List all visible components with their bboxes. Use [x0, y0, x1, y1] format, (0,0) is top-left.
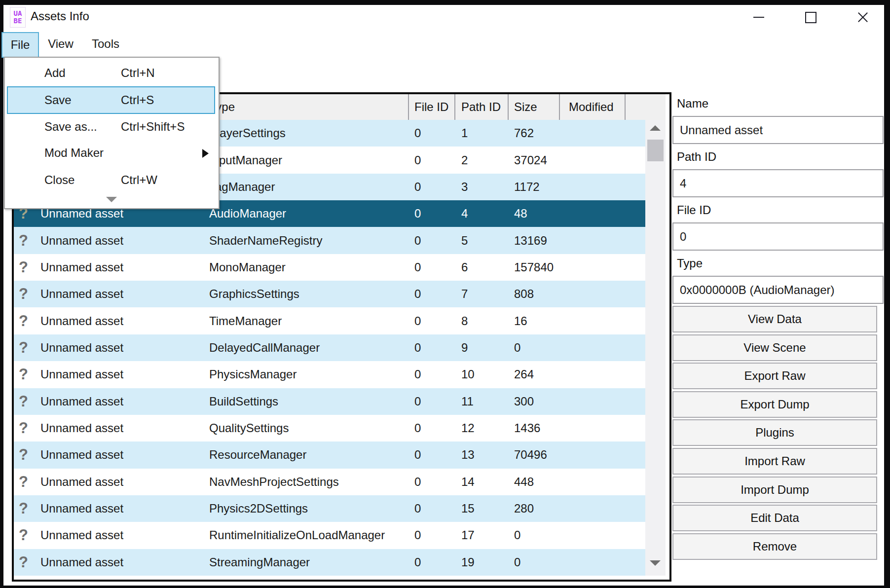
file-menu-popup: Add Ctrl+N Save Ctrl+S Save as... Ctrl+S…	[4, 57, 220, 209]
file-id-input[interactable]: 0	[672, 222, 884, 251]
vertical-scrollbar[interactable]	[645, 120, 666, 576]
file-id-label: File ID	[677, 203, 711, 217]
close-button[interactable]	[849, 5, 877, 30]
row-path-id: 13	[461, 441, 475, 468]
file-menu-item-add[interactable]: Add Ctrl+N	[6, 60, 216, 86]
row-name: Unnamed asset	[40, 388, 123, 415]
edit-data-button[interactable]: Edit Data	[672, 505, 877, 531]
row-file-id: 0	[414, 120, 421, 147]
scroll-up-icon[interactable]	[650, 125, 661, 131]
row-path-id: 12	[461, 415, 475, 441]
import-raw-button[interactable]: Import Raw	[672, 448, 877, 475]
table-row[interactable]: ? Unnamed asset BuildSettings 0 11 300	[14, 388, 645, 415]
menu-item-shortcut: Ctrl+Shift+S	[121, 114, 185, 140]
file-menu-item-close[interactable]: Close Ctrl+W	[6, 167, 216, 193]
table-row[interactable]: ? Unnamed asset ShaderNameRegistry 0 5 1…	[14, 227, 645, 254]
file-menu-item-save[interactable]: Save Ctrl+S	[7, 86, 215, 114]
table-row[interactable]: ? Unnamed asset NavMeshProjectSettings 0…	[14, 469, 645, 495]
action-buttons: View DataView SceneExport RawExport Dump…	[672, 306, 877, 560]
menu-file-label: File	[11, 38, 30, 52]
question-mark-icon: ?	[19, 254, 28, 281]
menu-item-shortcut: Ctrl+N	[121, 60, 155, 86]
row-type: NavMeshProjectSettings	[209, 469, 339, 495]
row-name: Unnamed asset	[40, 549, 123, 576]
minimize-icon	[753, 17, 764, 18]
table-row[interactable]: ? Unnamed asset ResourceManager 0 13 704…	[14, 441, 645, 468]
question-mark-icon: ?	[19, 469, 28, 495]
question-mark-icon: ?	[19, 495, 28, 522]
file-id-value: 0	[680, 230, 686, 244]
row-file-id: 0	[414, 174, 421, 200]
header-path-id[interactable]: Path ID	[461, 94, 501, 120]
row-size: 762	[514, 120, 534, 147]
table-row[interactable]: ? Unnamed asset MonoManager 0 6 157840	[14, 254, 645, 281]
row-type: BuildSettings	[209, 388, 278, 415]
header-modified[interactable]: Modified	[569, 94, 614, 120]
file-menu-item-mod-maker[interactable]: Mod Maker	[6, 140, 216, 166]
question-mark-icon: ?	[19, 334, 28, 361]
menu-tools[interactable]: Tools	[84, 32, 127, 56]
menu-scroll-down-icon[interactable]	[106, 197, 117, 202]
remove-button[interactable]: Remove	[672, 533, 877, 560]
table-row[interactable]: ? Unnamed asset GraphicsSettings 0 7 808	[14, 281, 645, 307]
row-type: StreamingManager	[209, 549, 310, 576]
row-size: 48	[514, 200, 527, 227]
row-file-id: 0	[414, 549, 421, 576]
menu-item-label: Close	[44, 167, 74, 193]
row-path-id: 14	[461, 469, 475, 495]
row-path-id: 4	[461, 200, 468, 227]
name-label: Name	[677, 97, 708, 110]
uabe-app-icon: UA BE	[10, 7, 26, 28]
row-name: Unnamed asset	[40, 522, 123, 549]
name-input[interactable]: Unnamed asset	[672, 116, 884, 144]
row-size: 1172	[514, 174, 540, 200]
question-mark-icon: ?	[19, 441, 28, 468]
column-separator	[559, 94, 560, 120]
menu-view[interactable]: View	[43, 32, 78, 56]
view-scene-button[interactable]: View Scene	[672, 334, 877, 361]
row-file-id: 0	[414, 147, 421, 173]
path-id-input[interactable]: 4	[672, 169, 884, 197]
type-input[interactable]: 0x0000000B (AudioManager)	[672, 276, 884, 304]
screen: UA BE Assets Info File View Tools Type	[0, 0, 890, 588]
question-mark-icon: ?	[19, 307, 28, 334]
table-row[interactable]: ? Unnamed asset Physics2DSettings 0 15 2…	[14, 495, 645, 522]
row-size: 70496	[514, 441, 547, 468]
row-name: Unnamed asset	[40, 495, 123, 522]
row-file-id: 0	[414, 307, 421, 334]
view-data-button[interactable]: View Data	[672, 306, 877, 332]
row-file-id: 0	[414, 415, 421, 441]
row-file-id: 0	[414, 361, 421, 388]
row-size: 13169	[514, 227, 547, 254]
submenu-arrow-icon	[202, 149, 209, 158]
row-file-id: 0	[414, 495, 421, 522]
table-row[interactable]: ? Unnamed asset PhysicsManager 0 10 264	[14, 361, 645, 388]
file-menu-item-save-as[interactable]: Save as... Ctrl+Shift+S	[6, 114, 216, 140]
import-dump-button[interactable]: Import Dump	[672, 477, 877, 503]
row-name: Unnamed asset	[40, 334, 123, 361]
header-size[interactable]: Size	[514, 94, 537, 120]
row-path-id: 6	[461, 254, 468, 281]
scrollbar-thumb[interactable]	[647, 140, 664, 161]
menu-file[interactable]: File	[1, 32, 39, 58]
table-row[interactable]: ? Unnamed asset TimeManager 0 8 16	[14, 307, 645, 334]
row-size: 264	[514, 361, 534, 388]
column-separator	[625, 94, 626, 120]
question-mark-icon: ?	[19, 281, 28, 307]
table-row[interactable]: ? Unnamed asset RuntimeInitializeOnLoadM…	[14, 522, 645, 549]
table-row[interactable]: ? Unnamed asset DelayedCallManager 0 9 0	[14, 334, 645, 361]
menu-item-shortcut: Ctrl+W	[121, 167, 157, 193]
row-file-id: 0	[414, 469, 421, 495]
header-file-id[interactable]: File ID	[414, 94, 448, 120]
scroll-down-icon[interactable]	[650, 560, 661, 566]
table-row[interactable]: ? Unnamed asset StreamingManager 0 19 0	[14, 549, 645, 576]
export-dump-button[interactable]: Export Dump	[672, 391, 877, 418]
row-type: ShaderNameRegistry	[209, 227, 322, 254]
table-row[interactable]: ? Unnamed asset QualitySettings 0 12 143…	[14, 415, 645, 441]
export-raw-button[interactable]: Export Raw	[672, 363, 877, 389]
column-separator	[454, 94, 455, 120]
minimize-button[interactable]	[745, 5, 773, 30]
row-path-id: 1	[461, 120, 468, 147]
maximize-button[interactable]	[797, 5, 824, 30]
plugins-button[interactable]: Plugins	[672, 419, 877, 446]
